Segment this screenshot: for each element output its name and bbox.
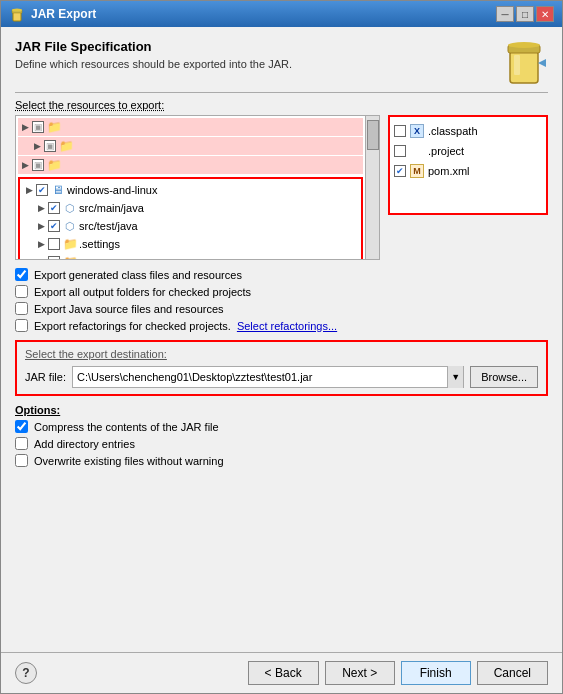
resources-row: ▶ ▣ 📁 ████████ ▶ ▣ 📁 ████████████ ▶ ▣ [15,115,548,260]
section-description: Define which resources should be exporte… [15,58,548,70]
classpath-checkbox[interactable] [394,125,406,137]
export-class-files-label: Export generated class files and resourc… [34,269,242,281]
title-bar: JAR Export ─ □ ✕ [1,1,562,27]
jar-label: JAR file: [25,371,66,383]
select-refactorings-link[interactable]: Select refactorings... [237,320,337,332]
tree-arrow: ▶ [38,221,48,231]
folder-icon: 📁 [47,158,61,172]
compress-row: Compress the contents of the JAR file [15,420,548,433]
compress-label: Compress the contents of the JAR file [34,421,219,433]
jar-dropdown-button[interactable]: ▼ [447,366,463,388]
m-badge: M [410,164,424,178]
folder-icon: 📁 [47,120,61,134]
export-java-source-row: Export Java source files and resources [15,302,548,315]
finish-button[interactable]: Finish [401,661,471,685]
overwrite-checkbox[interactable] [15,454,28,467]
tree-label: .settings [79,238,120,250]
next-button[interactable]: Next > [325,661,395,685]
export-output-folders-row: Export all output folders for checked pr… [15,285,548,298]
folder-icon: 📁 [63,237,77,251]
back-button[interactable]: < Back [248,661,319,685]
tree-checkbox[interactable]: ▣ [44,140,56,152]
tree-arrow: ▶ [22,160,32,170]
export-output-folders-label: Export all output folders for checked pr… [34,286,251,298]
tree-item-src-main[interactable]: ▶ ✔ ⬡ src/main/java [22,199,359,217]
jar-input-wrap: ▼ [72,366,464,388]
tree-arrow: ▶ [38,239,48,249]
bottom-right: < Back Next > Finish Cancel [248,661,548,685]
section-title: JAR File Specification [15,39,548,54]
pkg-icon: ⬡ [63,201,77,215]
overwrite-row: Overwrite existing files without warning [15,454,548,467]
add-directory-row: Add directory entries [15,437,548,450]
tree-label: src/test/java [79,220,138,232]
export-refactorings-label: Export refactorings for checked projects… [34,320,231,332]
options-label: Options: [15,404,548,416]
jar-path-input[interactable] [73,367,447,387]
title-bar-buttons: ─ □ ✕ [496,6,554,22]
classpath-item[interactable]: X .classpath [394,121,542,141]
svg-point-2 [12,9,22,12]
export-java-source-checkbox[interactable] [15,302,28,315]
pomxml-checkbox[interactable]: ✔ [394,165,406,177]
project-icon: 🖥 [51,183,65,197]
tree-item-src-test[interactable]: ▶ ✔ ⬡ src/test/java [22,217,359,235]
browse-button[interactable]: Browse... [470,366,538,388]
highlighted-tree-section: ▶ ✔ 🖥 windows-and-linux ▶ ✔ ⬡ src/main/j… [18,177,363,260]
folder-icon: 📁 [59,139,73,153]
tree-checkbox[interactable]: ✔ [48,256,60,260]
tree-label: windows-and-linux [67,184,158,196]
close-button[interactable]: ✕ [536,6,554,22]
export-destination-section: Select the export destination: JAR file:… [15,340,548,396]
jar-export-window: JAR Export ─ □ ✕ JAR File Specification … [0,0,563,694]
tree-checkbox[interactable]: ✔ [36,184,48,196]
resources-label: Select the resources to export: [15,99,548,111]
svg-point-5 [508,42,540,48]
maximize-button[interactable]: □ [516,6,534,22]
cancel-button[interactable]: Cancel [477,661,548,685]
tree-checkbox[interactable]: ▣ [32,121,44,133]
svg-rect-0 [13,12,21,21]
export-refactorings-checkbox[interactable] [15,319,28,332]
pkg-icon: ⬡ [63,219,77,233]
tree-item-src[interactable]: ▶ ✔ 📁 src [22,253,359,260]
tree-checkbox[interactable]: ✔ [48,220,60,232]
tree-checkbox[interactable]: ✔ [48,202,60,214]
export-dest-label: Select the export destination: [25,348,538,360]
project-checkbox[interactable] [394,145,406,157]
tree-arrow: ▶ [34,141,44,151]
x-badge: X [410,124,424,138]
export-class-files-checkbox[interactable] [15,268,28,281]
tree-checkbox[interactable] [48,238,60,250]
tree-item[interactable]: ▶ ▣ 📁 ████████████ [18,137,363,155]
tree-item[interactable]: ▶ ▣ 📁 ████████ [18,156,363,174]
tree-scrollbar[interactable] [365,116,379,259]
compress-checkbox[interactable] [15,420,28,433]
tree-item-settings[interactable]: ▶ 📁 .settings [22,235,359,253]
blurred-label: ████████ [63,121,163,133]
tree-label: src [79,256,94,260]
scroll-thumb[interactable] [367,120,379,150]
help-button[interactable]: ? [15,662,37,684]
tree-arrow: ▶ [22,122,32,132]
minimize-button[interactable]: ─ [496,6,514,22]
tree-panel[interactable]: ▶ ▣ 📁 ████████ ▶ ▣ 📁 ████████████ ▶ ▣ [15,115,380,260]
main-content: JAR File Specification Define which reso… [1,27,562,652]
blurred-label: ████████ [63,159,143,171]
title-bar-icon [9,6,25,22]
export-refactorings-row: Export refactorings for checked projects… [15,319,548,332]
tree-checkbox[interactable]: ▣ [32,159,44,171]
pomxml-item[interactable]: ✔ M pom.xml [394,161,542,181]
svg-marker-7 [538,59,546,67]
add-directory-checkbox[interactable] [15,437,28,450]
svg-rect-6 [514,55,520,75]
options-bottom: Options: Compress the contents of the JA… [15,404,548,475]
bottom-left: ? [15,662,37,684]
jar-illustration [500,35,548,90]
tree-items: ▶ ▣ 📁 ████████ ▶ ▣ 📁 ████████████ ▶ ▣ [16,116,379,260]
bottom-bar: ? < Back Next > Finish Cancel [1,652,562,693]
tree-item[interactable]: ▶ ▣ 📁 ████████ [18,118,363,136]
project-item[interactable]: .project [394,141,542,161]
export-output-folders-checkbox[interactable] [15,285,28,298]
tree-item-windows-linux[interactable]: ▶ ✔ 🖥 windows-and-linux [22,181,359,199]
